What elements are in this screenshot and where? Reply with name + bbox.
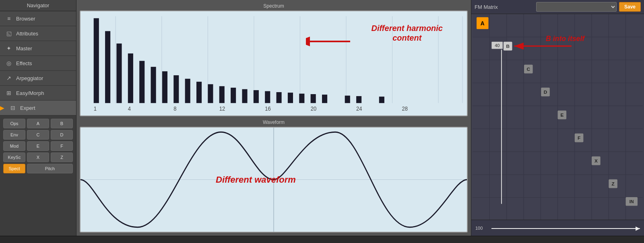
op-z-button[interactable]: Z bbox=[51, 152, 73, 162]
fm-matrix-title: FM Matrix bbox=[475, 4, 498, 10]
svg-rect-17 bbox=[185, 79, 190, 103]
svg-rect-13 bbox=[139, 61, 144, 103]
op-b-button[interactable]: B bbox=[51, 119, 73, 128]
mod-button[interactable]: Mod bbox=[3, 141, 25, 151]
svg-rect-28 bbox=[311, 94, 316, 103]
sidebar-item-arpeggiator[interactable]: ↗ Arpeggiator bbox=[0, 71, 76, 86]
svg-rect-21 bbox=[231, 88, 236, 103]
svg-rect-16 bbox=[173, 75, 179, 103]
spectrum-annotation: Different harmoniccontent bbox=[372, 23, 443, 43]
effects-icon: ◎ bbox=[5, 59, 13, 67]
center-panel: Spectrum bbox=[76, 0, 471, 236]
svg-text:B: B bbox=[506, 43, 510, 49]
svg-rect-26 bbox=[288, 93, 293, 103]
op-e-button[interactable]: E bbox=[27, 141, 49, 151]
waveform-label: Waveform bbox=[80, 119, 468, 125]
env-button[interactable]: Env bbox=[3, 130, 25, 140]
svg-text:D: D bbox=[544, 89, 547, 95]
svg-rect-24 bbox=[265, 91, 270, 103]
sidebar-item-label: Arpeggiator bbox=[16, 75, 43, 81]
sidebar-item-label: Browser bbox=[16, 16, 35, 22]
svg-rect-18 bbox=[196, 82, 202, 103]
svg-text:16: 16 bbox=[265, 105, 271, 112]
svg-rect-11 bbox=[116, 43, 122, 103]
svg-text:40: 40 bbox=[495, 43, 500, 48]
spectrum-annotation-text: Different harmoniccontent bbox=[372, 23, 443, 43]
main-container: Navigator ≡ Browser ◱ Attributes ✦ Maste… bbox=[0, 0, 644, 236]
op-f-button[interactable]: F bbox=[51, 141, 73, 151]
svg-text:12: 12 bbox=[219, 105, 225, 112]
op-d-button[interactable]: D bbox=[51, 130, 73, 140]
svg-text:28: 28 bbox=[402, 105, 408, 112]
svg-rect-23 bbox=[254, 90, 259, 103]
svg-rect-32 bbox=[379, 97, 384, 103]
svg-text:X: X bbox=[594, 158, 598, 163]
status-bar bbox=[0, 236, 644, 243]
active-arrow-icon: ▶ bbox=[0, 105, 4, 111]
navigator-title: Navigator bbox=[0, 0, 76, 11]
sidebar-item-expert[interactable]: ▶ ⊟ Expert bbox=[0, 101, 76, 115]
op-a-button[interactable]: A bbox=[27, 119, 49, 128]
attributes-icon: ◱ bbox=[5, 29, 13, 37]
svg-rect-30 bbox=[345, 96, 350, 103]
fm-timeline bbox=[491, 228, 640, 229]
browser-icon: ≡ bbox=[5, 14, 13, 23]
fm-bottom-value: 100 bbox=[475, 226, 483, 231]
pitch-button[interactable]: Pitch bbox=[27, 164, 73, 173]
sidebar-item-effects[interactable]: ◎ Effects bbox=[0, 56, 76, 71]
easy-morph-icon: ⊞ bbox=[5, 89, 13, 97]
svg-text:4: 4 bbox=[128, 105, 131, 112]
op-x-button[interactable]: X bbox=[27, 152, 49, 162]
svg-rect-27 bbox=[299, 94, 304, 103]
sidebar-item-label: Master bbox=[16, 45, 32, 51]
sidebar-item-browser[interactable]: ≡ Browser bbox=[0, 11, 76, 26]
fm-matrix-header: FM Matrix Save bbox=[471, 0, 644, 14]
ops-button[interactable]: Ops bbox=[3, 119, 25, 128]
svg-text:8: 8 bbox=[173, 105, 176, 112]
navigator-sidebar: Navigator ≡ Browser ◱ Attributes ✦ Maste… bbox=[0, 0, 76, 236]
save-button[interactable]: Save bbox=[619, 2, 641, 12]
waveform-annotation: Different waveform bbox=[216, 175, 296, 185]
spectrum-chart-container: 1 4 8 12 16 20 24 28 Different harmonicc… bbox=[80, 10, 468, 116]
svg-rect-25 bbox=[277, 92, 282, 103]
svg-text:F: F bbox=[578, 135, 580, 140]
sidebar-item-attributes[interactable]: ◱ Attributes bbox=[0, 26, 76, 41]
svg-text:24: 24 bbox=[356, 105, 362, 112]
svg-rect-15 bbox=[162, 71, 167, 103]
sidebar-item-label: Effects bbox=[16, 60, 32, 66]
nav-buttons-section: Ops A B Env C D Mod E F KeySc X Z Spect … bbox=[0, 115, 76, 177]
svg-rect-10 bbox=[105, 31, 110, 103]
svg-rect-19 bbox=[208, 84, 213, 103]
svg-rect-22 bbox=[242, 89, 247, 103]
fm-bottom-bar: 100 ▶ bbox=[471, 220, 644, 236]
svg-rect-9 bbox=[94, 18, 99, 103]
svg-text:C: C bbox=[527, 66, 530, 72]
spectrum-label: Spectrum bbox=[80, 3, 468, 9]
svg-rect-29 bbox=[322, 95, 327, 103]
fm-matrix-controls: Save bbox=[536, 2, 641, 12]
waveform-section: Waveform Different waveform bbox=[80, 119, 468, 233]
svg-text:20: 20 bbox=[311, 105, 317, 112]
sidebar-item-easy-morph[interactable]: ⊞ Easy/Morph bbox=[0, 86, 76, 101]
spectrum-arrow-icon bbox=[306, 33, 354, 51]
svg-rect-20 bbox=[219, 86, 225, 103]
fm-timeline-arrow-icon: ▶ bbox=[636, 225, 640, 231]
expert-icon: ⊟ bbox=[9, 104, 17, 112]
fm-grid-area: // Will be rendered as static cells via … bbox=[471, 14, 644, 220]
sidebar-item-label: Expert bbox=[20, 105, 35, 111]
fm-preset-dropdown[interactable] bbox=[536, 2, 617, 12]
master-icon: ✦ bbox=[5, 44, 13, 52]
svg-text:IN: IN bbox=[630, 199, 634, 204]
sidebar-item-label: Easy/Morph bbox=[16, 90, 44, 96]
spect-button[interactable]: Spect bbox=[3, 164, 25, 173]
svg-text:E: E bbox=[560, 112, 564, 117]
keysc-button[interactable]: KeySc bbox=[3, 152, 25, 162]
spectrum-section: Spectrum bbox=[80, 3, 468, 116]
svg-text:Z: Z bbox=[611, 181, 614, 186]
svg-rect-14 bbox=[151, 67, 156, 103]
svg-rect-12 bbox=[128, 54, 133, 103]
waveform-chart-container: Different waveform bbox=[80, 127, 468, 233]
sidebar-item-master[interactable]: ✦ Master bbox=[0, 41, 76, 56]
waveform-annotation-text: Different waveform bbox=[216, 175, 296, 185]
op-c-button[interactable]: C bbox=[27, 130, 49, 140]
